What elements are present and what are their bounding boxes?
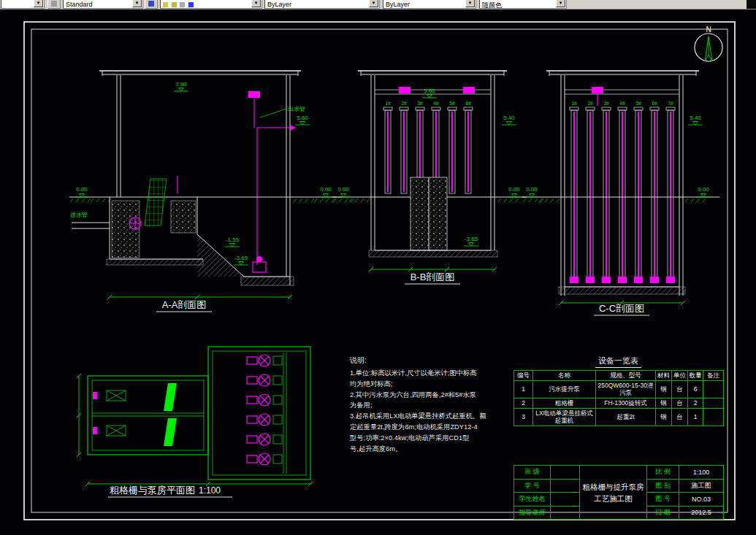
cc-tube[interactable]: 4#	[618, 101, 627, 283]
equip-header: 材料	[656, 371, 672, 381]
tool-icon	[148, 1, 154, 7]
title-block-label: 班 级	[514, 466, 551, 480]
plan-scale: 1:100	[199, 485, 221, 496]
plan-label: 粗格栅与泵房平面图	[110, 485, 195, 496]
cc-tube[interactable]: 7#	[666, 101, 675, 283]
chevron-down-icon: ▼	[34, 0, 43, 7]
pump-plan[interactable]	[247, 434, 282, 445]
elevation-label: 0.00	[337, 186, 349, 193]
equipment-header-row: 编号 名称 规格、型号 材料 单位 数量 备注	[514, 371, 724, 381]
linetype-combo-value: ByLayer	[386, 1, 410, 8]
title-block-label: 图 别	[647, 479, 679, 493]
chevron-down-icon: ▼	[465, 0, 475, 7]
elevation-label: -3.65	[465, 236, 478, 242]
drawing-title-line1: 粗格栅与提升泵房	[580, 481, 646, 493]
section-aa-drawing[interactable]: 出水管 5.60 7.90 0.00 0.00 进水管 -1.55	[69, 71, 342, 312]
elevation-label: 5.60	[424, 88, 435, 94]
section-bb-drawing[interactable]: 5.60 5.40 1# 2# 3# 4# 5# 6# 0.00 0.00 -3…	[332, 71, 527, 284]
note-line: 定起重量2t,跨度为6m;电动机采用ZDY12-4	[350, 422, 519, 433]
bar-screen-section	[145, 179, 167, 226]
pump-plan[interactable]	[247, 374, 282, 386]
title-block-label: 日 期	[647, 506, 679, 520]
elevation-label: 0.00	[508, 186, 520, 193]
note-line: 3.起吊机采用LX电动单梁悬挂桥式起重机。额	[350, 411, 519, 422]
section-cc-drawing[interactable]: 5.40 1# 2# 3# 4# 5# 6# 7# 0.00 0.00 C-C剖…	[522, 71, 719, 315]
title-block-value: 施工图	[679, 479, 724, 493]
bb-tube[interactable]: 2#	[400, 101, 408, 193]
elevation-label: -3.65	[234, 255, 248, 261]
title-block: 班 级 粗格栅与提升泵房 工艺施工图 比 例 1:100 学 号 图 别 施工图…	[513, 465, 723, 520]
tube-number: 3#	[417, 101, 423, 106]
cc-tube[interactable]: 5#	[634, 101, 643, 283]
equip-cell: 2	[514, 398, 533, 408]
elevation-label: 0.00	[526, 186, 538, 193]
chevron-down-icon: ▼	[251, 0, 261, 7]
elevation-label: 0.00	[320, 186, 332, 193]
note-line: 1.单位:标高以米计,尺寸以毫米计;图中标高	[350, 368, 519, 379]
cc-tube[interactable]: 6#	[650, 101, 659, 283]
title-block-value: 1:100	[679, 466, 724, 480]
tube-number: 2#	[401, 101, 407, 106]
toolbar-icon-button[interactable]	[145, 0, 158, 9]
elevation-label: 0.00	[698, 186, 709, 193]
cc-tube[interactable]: 2#	[586, 101, 595, 283]
equipment-table-title: 设备一览表	[513, 353, 723, 368]
pump-plan[interactable]	[247, 453, 282, 465]
elevation-label: 5.60	[297, 115, 308, 121]
plan-view-drawing[interactable]: 粗格栅与泵房平面图 1:100	[77, 347, 313, 497]
title-block-label: 图 号	[647, 493, 679, 507]
pump-plan[interactable]	[247, 414, 282, 426]
tube-number: 6#	[465, 101, 471, 106]
equip-header: 名称	[533, 371, 596, 381]
equip-header: 规格、型号	[596, 371, 656, 381]
title-block-label: 学生姓名	[514, 493, 551, 507]
equipment-table: 编号 名称 规格、型号 材料 单位 数量 备注 1 污水提升泵 250QW600…	[513, 370, 724, 426]
bb-tube[interactable]: 5#	[448, 101, 457, 193]
signature-cell	[551, 479, 580, 493]
cc-tube[interactable]: 1#	[570, 101, 579, 283]
pump-section	[253, 262, 266, 272]
note-line: 号,起升高度6m。	[350, 444, 519, 455]
tube-number: 4#	[433, 101, 439, 106]
cad-canvas[interactable]: 出水管 5.60 7.90 0.00 0.00 进水管 -1.55	[0, 9, 756, 535]
layer-combo[interactable]: ▼	[160, 0, 262, 9]
note-line: 为备用;	[350, 400, 519, 411]
window-edge	[747, 0, 756, 9]
toolbar-icon-button[interactable]	[47, 0, 61, 9]
cc-tube[interactable]: 3#	[602, 101, 611, 283]
equipment-table-block: 设备一览表 编号 名称 规格、型号 材料 单位 数量 备注 1 污水提升泵 25…	[513, 353, 723, 426]
notes-block: 说明: 1.单位:标高以米计,尺寸以毫米计;图中标高 均为绝对标高; 2.其中污…	[350, 355, 519, 454]
text-style-combo[interactable]: Standard▼	[63, 0, 143, 9]
equip-cell: FH-1300旋转式	[596, 398, 656, 408]
signature-cell	[551, 506, 580, 520]
pump-plan[interactable]	[247, 355, 282, 366]
table-row: 1 污水提升泵 250QW600-15-30潜污泵 钢 台 6	[514, 380, 724, 398]
layer-on-icon	[163, 2, 168, 7]
equip-cell	[703, 398, 724, 408]
drawing-title-line2: 工艺施工图	[580, 493, 646, 504]
tube-number: 5#	[635, 101, 641, 106]
color-combo[interactable]: ByLayer▼	[264, 0, 380, 9]
equip-cell: 台	[672, 398, 688, 408]
equip-cell: 2	[688, 398, 703, 408]
section-cc-label: C-C剖面图	[599, 303, 644, 314]
tube-number: 1#	[385, 101, 391, 106]
lineweight-combo[interactable]: 随颜色▼	[479, 0, 567, 9]
equip-cell: 钢	[656, 408, 672, 426]
linetype-combo[interactable]: ByLayer▼	[383, 0, 476, 9]
bb-tube[interactable]: 6#	[464, 101, 473, 193]
equip-cell: LX电动单梁悬挂桥式起重机	[533, 408, 596, 426]
bb-tube[interactable]: 1#	[383, 101, 392, 193]
title-block-value: 2012.5	[679, 506, 724, 520]
equip-cell	[703, 380, 724, 398]
equip-cell: 起重2t	[596, 408, 656, 426]
workspace-combo[interactable]: ▼	[1, 0, 45, 9]
table-row: 3 LX电动单梁悬挂桥式起重机 起重2t 钢 台 1	[514, 408, 724, 426]
equip-header: 单位	[672, 371, 688, 381]
signature-cell	[551, 466, 580, 480]
pump-plan[interactable]	[247, 394, 282, 406]
title-block-value: NO.03	[679, 493, 724, 507]
north-arrow[interactable]: N	[695, 26, 722, 61]
lineweight-combo-value: 随颜色	[482, 1, 502, 9]
equip-cell: 1	[514, 380, 533, 398]
